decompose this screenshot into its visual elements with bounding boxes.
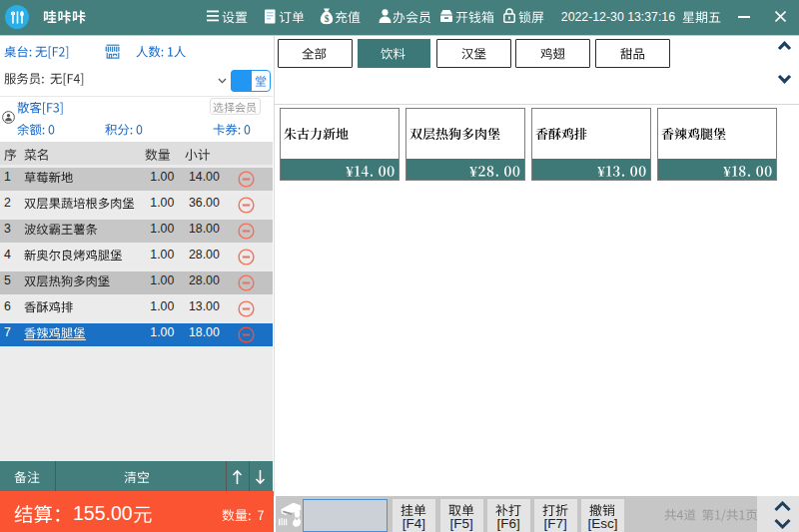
svg-text:$: $ [325,14,330,24]
